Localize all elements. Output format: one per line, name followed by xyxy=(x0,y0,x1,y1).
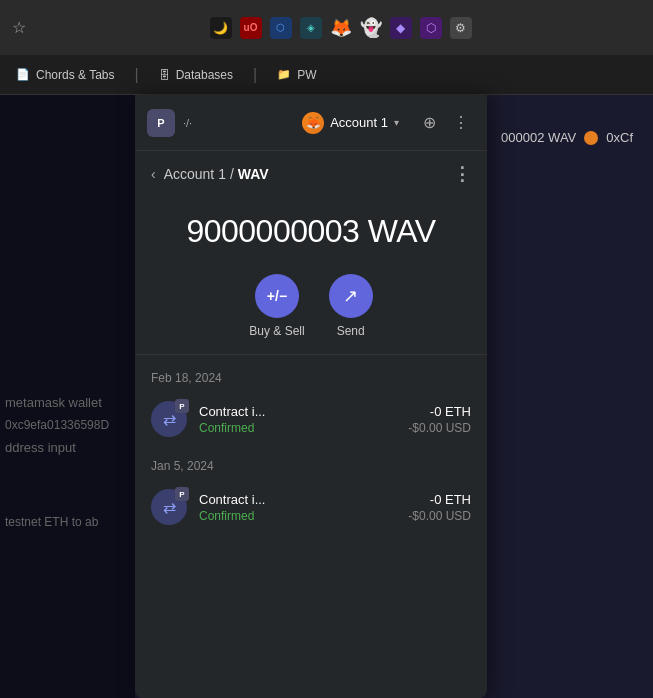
send-wrap: ↗ Send xyxy=(329,274,373,338)
tx-date-jan: Jan 5, 2024 xyxy=(135,447,487,479)
breadcrumb-more-button[interactable]: ⋮ xyxy=(453,163,471,185)
tx-name-jan: Contract i... xyxy=(199,492,396,507)
tx-p-badge-jan: P xyxy=(175,487,189,501)
ext-blue-icon[interactable]: ⬡ xyxy=(270,17,292,39)
tab-separator: | xyxy=(135,66,139,84)
tx-info-jan: Contract i... Confirmed xyxy=(199,492,396,523)
tx-icon-arrows-jan: ⇄ xyxy=(163,498,176,517)
tab-db-icon: 🗄 xyxy=(159,69,170,81)
tab-pw-icon: 📁 xyxy=(277,68,291,81)
breadcrumb-nav: ‹ Account 1 / WAV ⋮ xyxy=(135,151,487,193)
breadcrumb-parent[interactable]: Account 1 xyxy=(164,166,226,182)
tx-eth-feb: -0 ETH xyxy=(408,404,471,419)
send-button[interactable]: ↗ xyxy=(329,274,373,318)
breadcrumb: Account 1 / WAV xyxy=(164,166,269,182)
divider xyxy=(135,354,487,355)
extensions-bar: 🌙 uO ⬡ ◈ 🦊 👻 ◆ ⬡ ⚙ xyxy=(210,17,472,39)
token-balance-section: 9000000003 WAV xyxy=(135,193,487,266)
account-name: Account 1 xyxy=(330,115,388,130)
p-badge: P xyxy=(147,109,175,137)
breadcrumb-separator: / xyxy=(230,166,234,182)
tab-databases[interactable]: 🗄 Databases xyxy=(151,64,241,86)
ublock-ext-icon[interactable]: uO xyxy=(240,17,262,39)
transaction-list: Feb 18, 2024 ⇄ P Contract i... Confirmed… xyxy=(135,359,487,698)
global-network-button[interactable]: ⊕ xyxy=(415,109,443,137)
metamask-browser-icon[interactable]: 🦊 xyxy=(330,17,352,39)
tx-eth-jan: -0 ETH xyxy=(408,492,471,507)
address-preview-text: 0xCf xyxy=(606,130,633,145)
breadcrumb-current: WAV xyxy=(238,166,269,182)
tx-usd-feb: -$0.00 USD xyxy=(408,421,471,435)
tx-icon-arrows: ⇄ xyxy=(163,410,176,429)
tx-date-feb: Feb 18, 2024 xyxy=(135,359,487,391)
tx-p-badge-feb: P xyxy=(175,399,189,413)
token-symbol: WAV xyxy=(368,213,436,249)
tx-icon-wrap-feb: ⇄ P xyxy=(151,401,187,437)
tab-separator-2: | xyxy=(253,66,257,84)
tx-item-feb[interactable]: ⇄ P Contract i... Confirmed -0 ETH -$0.0… xyxy=(135,391,487,447)
darkmode-ext-icon[interactable]: 🌙 xyxy=(210,17,232,39)
ext-manage-icon[interactable]: ⚙ xyxy=(450,17,472,39)
tx-amounts-feb: -0 ETH -$0.00 USD xyxy=(408,404,471,435)
token-amount-value: 9000000003 xyxy=(186,213,359,249)
buy-sell-label: Buy & Sell xyxy=(249,324,304,338)
buy-sell-wrap: +/− Buy & Sell xyxy=(249,274,304,338)
tx-usd-jan: -$0.00 USD xyxy=(408,509,471,523)
tab-bar: 📄 Chords & Tabs | 🗄 Databases | 📁 PW xyxy=(0,55,653,95)
tx-info-feb: Contract i... Confirmed xyxy=(199,404,396,435)
ext-teal-icon[interactable]: ◈ xyxy=(300,17,322,39)
back-button[interactable]: ‹ xyxy=(151,166,156,182)
send-label: Send xyxy=(337,324,365,338)
main-area: metamask wallet 0xc9efa01336598D ddress … xyxy=(0,95,653,698)
balance-preview-text: 000002 WAV xyxy=(501,130,576,145)
network-switcher[interactable]: ·/· xyxy=(183,117,192,129)
ext-dark2-icon[interactable]: ⬡ xyxy=(420,17,442,39)
ext-violet-icon[interactable]: ◆ xyxy=(390,17,412,39)
metamask-popup: P ·/· 🦊 Account 1 ▾ ⊕ ⋮ ‹ Account 1 / WA… xyxy=(135,95,487,698)
tab-chords-tabs[interactable]: 📄 Chords & Tabs xyxy=(8,64,123,86)
header-actions: ⊕ ⋮ xyxy=(415,109,475,137)
tab-databases-label: Databases xyxy=(176,68,233,82)
tab-chords-icon: 📄 xyxy=(16,68,30,81)
orange-indicator xyxy=(584,131,598,145)
buy-sell-icon: +/− xyxy=(267,288,287,304)
action-buttons: +/− Buy & Sell ↗ Send xyxy=(135,266,487,354)
token-amount: 9000000003 WAV xyxy=(151,213,471,250)
star-icon[interactable]: ☆ xyxy=(12,18,26,37)
page-balance-preview: 000002 WAV 0xCf xyxy=(501,130,633,145)
tx-icon-wrap-jan: ⇄ P xyxy=(151,489,187,525)
tab-chords-label: Chords & Tabs xyxy=(36,68,115,82)
tx-amounts-jan: -0 ETH -$0.00 USD xyxy=(408,492,471,523)
chevron-down-icon: ▾ xyxy=(394,117,399,128)
mm-logo: 🦊 xyxy=(302,112,324,134)
tx-name-feb: Contract i... xyxy=(199,404,396,419)
send-icon: ↗ xyxy=(343,285,358,307)
tab-pw-label: PW xyxy=(297,68,316,82)
buy-sell-button[interactable]: +/− xyxy=(255,274,299,318)
popup-header: P ·/· 🦊 Account 1 ▾ ⊕ ⋮ xyxy=(135,95,487,151)
phantom-browser-icon[interactable]: 👻 xyxy=(360,17,382,39)
tx-item-jan[interactable]: ⇄ P Contract i... Confirmed -0 ETH -$0.0… xyxy=(135,479,487,535)
account-selector[interactable]: 🦊 Account 1 ▾ xyxy=(302,112,399,134)
more-options-button[interactable]: ⋮ xyxy=(447,109,475,137)
tx-status-jan: Confirmed xyxy=(199,509,396,523)
tx-status-feb: Confirmed xyxy=(199,421,396,435)
tab-pw[interactable]: 📁 PW xyxy=(269,64,324,86)
browser-bar: ☆ 🌙 uO ⬡ ◈ 🦊 👻 ◆ ⬡ ⚙ xyxy=(0,0,653,55)
